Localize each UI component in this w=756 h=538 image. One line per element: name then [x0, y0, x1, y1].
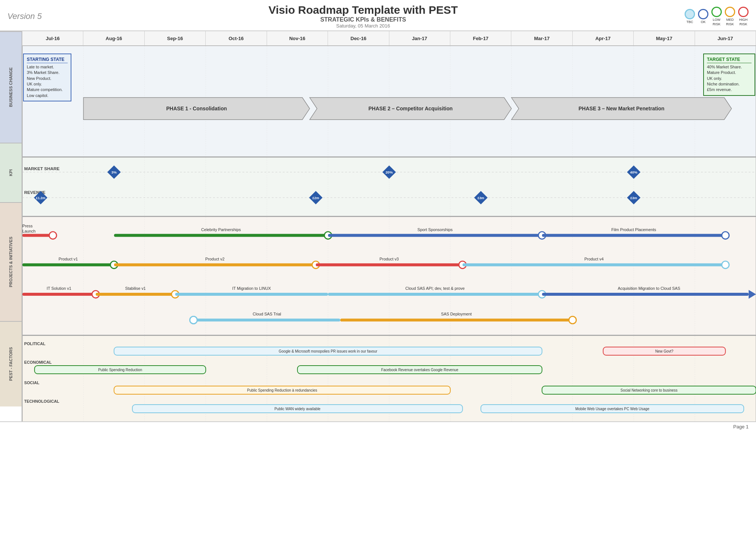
legend-item-ok: OK	[698, 9, 708, 24]
svg-rect-93	[175, 293, 328, 296]
date: Saturday, 05 March 2016	[268, 23, 458, 29]
svg-text:IT Solution v1: IT Solution v1	[47, 286, 71, 291]
starting-state-title: STARTING STATE	[27, 56, 68, 63]
svg-text:Sport Sponsorships: Sport Sponsorships	[418, 227, 453, 232]
svg-text:Film Product Placements: Film Product Placements	[611, 227, 656, 232]
kpi-svg: MARKET SHAREREVENUE3%20%40%£1.2m£2m£3m£3…	[22, 158, 756, 216]
svg-rect-134	[542, 386, 756, 394]
svg-rect-84	[463, 263, 726, 266]
projects-label: PROJECTS & INITIATIVES	[0, 202, 22, 321]
pest-section: POLITICALGoogle & Microsoft monopolies P…	[22, 336, 756, 421]
svg-point-64	[49, 232, 57, 239]
svg-text:Cloud SAS API; dev, test & pro: Cloud SAS API; dev, test & prove	[405, 286, 464, 291]
timeline-month: Nov-16	[267, 31, 328, 45]
svg-point-106	[569, 316, 576, 324]
timeline-month: Dec-16	[328, 31, 389, 45]
svg-text:PHASE 3 – New Market Penetrati: PHASE 3 – New Market Penetration	[579, 106, 665, 111]
svg-rect-124	[603, 347, 726, 355]
svg-text:New Govt?: New Govt?	[655, 349, 673, 353]
business-change-label: BUSINESS CHANGE	[0, 31, 22, 143]
svg-marker-99	[749, 290, 756, 299]
page-number: Page 1	[733, 424, 749, 430]
legend-item-low: LOWRISK	[711, 7, 722, 26]
subtitle: STRATEGIC KPIs & BENEFITS	[268, 16, 458, 23]
starting-state-text: Late to market.3% Market Share.New Produ…	[27, 64, 68, 98]
svg-text:Celebrity Partnerships: Celebrity Partnerships	[201, 227, 241, 232]
svg-text:Public WAN widely available: Public WAN widely available	[274, 407, 321, 411]
svg-point-79	[312, 261, 319, 269]
svg-text:£3m: £3m	[630, 196, 637, 200]
svg-text:£2m: £2m	[312, 196, 319, 200]
svg-rect-69	[328, 234, 542, 237]
pest-svg: POLITICALGoogle & Microsoft monopolies P…	[22, 336, 756, 421]
svg-rect-98	[542, 293, 749, 296]
svg-text:20%: 20%	[386, 170, 393, 174]
svg-rect-75	[22, 263, 114, 266]
timeline-month: Apr-17	[573, 31, 634, 45]
svg-text:£3m: £3m	[477, 196, 484, 200]
kpi-section: MARKET SHAREREVENUE3%20%40%£1.2m£2m£3m£3…	[22, 158, 756, 217]
timeline-month: Jun-17	[695, 31, 756, 45]
target-state-box: TARGET STATE 40% Market Share.Mature Pro…	[703, 54, 755, 96]
projects-section: PressLaunchCelebrity PartnershipsSport S…	[22, 217, 756, 336]
timeline-month: Sep-16	[145, 31, 206, 45]
svg-text:Public Spending Reduction à re: Public Spending Reduction à redundancies	[247, 388, 317, 392]
svg-rect-129	[297, 366, 542, 374]
svg-marker-17	[511, 98, 731, 120]
svg-point-73	[722, 232, 729, 239]
svg-text:Product v1: Product v1	[58, 257, 78, 261]
svg-point-96	[538, 291, 546, 298]
svg-text:Product v2: Product v2	[205, 257, 225, 261]
timeline-month: Jul-16	[22, 31, 83, 45]
svg-point-103	[190, 316, 197, 324]
svg-rect-40	[627, 165, 640, 179]
svg-rect-101	[193, 318, 340, 321]
svg-rect-132	[114, 386, 450, 394]
svg-text:IT Migration to LINUX: IT Migration to LINUX	[232, 286, 271, 291]
timeline-header: Jul-16Aug-16Sep-16Oct-16Nov-16Dec-16Jan-…	[22, 31, 756, 46]
svg-text:MARKET SHARE: MARKET SHARE	[24, 166, 59, 171]
target-state-title: TARGET STATE	[707, 56, 752, 63]
svg-point-76	[110, 261, 118, 269]
svg-rect-46	[474, 191, 488, 204]
svg-rect-42	[34, 191, 47, 204]
main-container: BUSINESS CHANGE KPI PROJECTS & INITIATIV…	[0, 31, 756, 421]
target-state-text: 40% Market Share.Mature Product.UK only.…	[707, 64, 752, 93]
svg-text:Google & Microsoft monopolies : Google & Microsoft monopolies PR issues …	[279, 349, 378, 353]
legend-item-tbc: TBC	[685, 9, 695, 24]
svg-text:POLITICAL: POLITICAL	[24, 341, 45, 346]
version-label: Version 5	[7, 12, 42, 21]
svg-rect-78	[114, 263, 316, 266]
business-section: STARTING STATE Late to market.3% Market …	[22, 46, 756, 158]
kpi-label-section: KPI	[0, 143, 22, 202]
svg-point-82	[459, 261, 466, 269]
main-title: Visio Roadmap Template with PEST	[268, 4, 458, 16]
svg-rect-137	[132, 405, 463, 413]
svg-text:TECHNOLOGICAL: TECHNOLOGICAL	[24, 399, 59, 404]
svg-text:SAS Deployment: SAS Deployment	[441, 312, 472, 316]
svg-text:REVENUE: REVENUE	[24, 190, 45, 195]
svg-point-85	[722, 261, 729, 269]
svg-text:PHASE 2 – Competitor Acquisiti: PHASE 2 – Competitor Acquisition	[369, 106, 453, 111]
starting-state-box: STARTING STATE Late to market.3% Market …	[23, 54, 71, 101]
svg-rect-122	[114, 347, 542, 355]
legend: TBCOKLOWRISKMEDRISKHIGHRISK	[685, 7, 749, 26]
pest-label: PEST - FACTORS	[0, 321, 22, 406]
svg-marker-13	[83, 98, 309, 120]
svg-point-67	[324, 232, 332, 239]
svg-text:Social Networking core to busi: Social Networking core to business	[621, 388, 678, 392]
chart-area: Jul-16Aug-16Sep-16Oct-16Nov-16Dec-16Jan-…	[22, 31, 756, 421]
svg-rect-66	[114, 234, 328, 237]
header: Version 5 Visio Roadmap Template with PE…	[0, 0, 756, 31]
svg-text:Acquisition Migration to Cloud: Acquisition Migration to Cloud SAS	[618, 286, 680, 291]
timeline-month: Mar-17	[511, 31, 572, 45]
svg-rect-48	[627, 191, 640, 204]
svg-text:Product v4: Product v4	[584, 257, 604, 261]
svg-point-88	[92, 291, 99, 298]
svg-text:PHASE 1 - Consolidation: PHASE 1 - Consolidation	[166, 106, 227, 111]
svg-rect-95	[328, 293, 542, 296]
timeline-month: Oct-16	[206, 31, 267, 45]
svg-rect-87	[22, 293, 96, 296]
title-block: Visio Roadmap Template with PEST STRATEG…	[268, 4, 458, 29]
projects-svg: PressLaunchCelebrity PartnershipsSport S…	[22, 217, 756, 335]
